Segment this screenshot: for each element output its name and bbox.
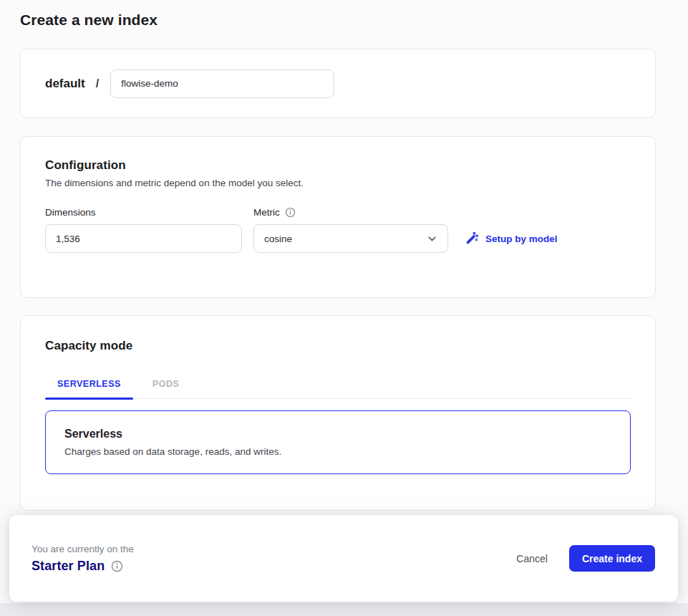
tab-pods-label: PODS: [152, 379, 179, 389]
configuration-fields-row: Dimensions Metric cosine: [45, 207, 631, 253]
footer-actions: Cancel Create index: [505, 545, 655, 572]
configuration-subtitle: The dimensions and metric depend on the …: [45, 178, 631, 188]
cancel-button[interactable]: Cancel: [505, 547, 559, 570]
magic-wand-icon: [465, 231, 479, 246]
index-name-card: default /: [20, 49, 656, 118]
info-icon[interactable]: [285, 207, 296, 218]
chevron-down-icon: [426, 233, 438, 245]
index-name-row: default /: [21, 49, 655, 117]
setup-by-model-link[interactable]: Setup by model: [465, 224, 558, 253]
project-name: default: [45, 77, 85, 91]
capacity-mode-card: Capacity mode SERVERLESS PODS Serverless…: [20, 315, 656, 511]
tab-serverless[interactable]: SERVERLESS: [45, 372, 133, 398]
dimensions-field: Dimensions: [45, 207, 242, 253]
path-separator: /: [96, 77, 99, 90]
metric-selected-value: cosine: [264, 234, 292, 244]
tab-serverless-label: SERVERLESS: [57, 379, 121, 389]
configuration-card: Configuration The dimensions and metric …: [20, 136, 656, 298]
plan-prefix-text: You are currently on the: [32, 544, 134, 554]
metric-label: Metric: [253, 207, 280, 218]
setup-by-model-label: Setup by model: [485, 234, 558, 244]
metric-field: Metric cosine: [253, 207, 448, 253]
dimensions-label: Dimensions: [45, 207, 242, 218]
dimensions-input[interactable]: [45, 224, 242, 253]
serverless-option-description: Charges based on data storage, reads, an…: [64, 446, 611, 457]
serverless-option-title: Serverless: [64, 428, 611, 441]
metric-label-row: Metric: [253, 207, 448, 218]
configuration-title: Configuration: [45, 158, 631, 173]
page-title: Create a new index: [20, 11, 158, 29]
create-index-page: Create a new index default / Configurati…: [0, 0, 688, 616]
footer-action-bar: You are currently on the Starter Plan Ca…: [9, 515, 678, 602]
info-icon[interactable]: [111, 560, 123, 572]
plan-name-row: Starter Plan: [32, 559, 134, 574]
page-bottom-strip: [0, 603, 688, 616]
serverless-option-card[interactable]: Serverless Charges based on data storage…: [45, 410, 631, 474]
plan-name: Starter Plan: [32, 559, 105, 574]
capacity-mode-title: Capacity mode: [21, 339, 655, 353]
metric-select[interactable]: cosine: [253, 224, 448, 253]
plan-info: You are currently on the Starter Plan: [32, 544, 134, 574]
capacity-tabs: SERVERLESS PODS: [45, 372, 631, 399]
tab-pods[interactable]: PODS: [140, 372, 191, 398]
index-name-input[interactable]: [110, 69, 334, 98]
create-index-button[interactable]: Create index: [569, 545, 655, 572]
